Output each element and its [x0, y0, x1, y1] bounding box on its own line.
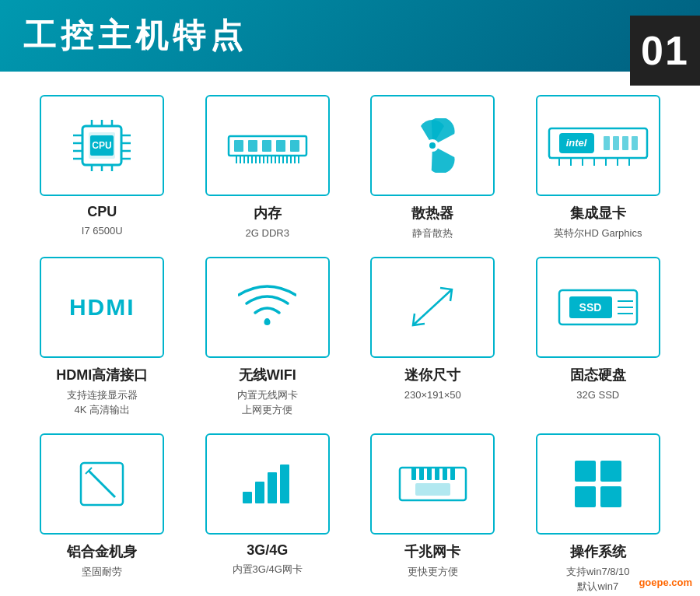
- svg-rect-48: [613, 136, 619, 150]
- feature-item-cpu: CPU CPUI7 6500U: [23, 95, 181, 241]
- svg-rect-70: [243, 492, 252, 503]
- feature-name-alum: 铝合金机身: [67, 542, 137, 561]
- icon-box-gpu: intel: [536, 95, 660, 196]
- icon-box-cpu: CPU: [40, 95, 164, 196]
- feature-name-nic: 千兆网卡: [404, 542, 460, 561]
- feature-item-size: 迷你尺寸230×191×50: [354, 257, 512, 418]
- feature-name-gpu: 集成显卡: [570, 204, 626, 223]
- page-header: 工控主机特点 01: [0, 0, 700, 72]
- svg-rect-76: [419, 468, 424, 480]
- feature-desc-cpu: I7 6500U: [82, 223, 123, 239]
- svg-line-68: [89, 471, 115, 497]
- feature-item-ram: 内存2G DDR3: [189, 95, 347, 241]
- svg-text:SSD: SSD: [579, 301, 601, 314]
- feature-desc-ram: 2G DDR3: [246, 226, 289, 241]
- feature-name-ram: 内存: [254, 204, 282, 223]
- feature-desc-size: 230×191×50: [404, 387, 461, 403]
- feature-item-os: 操作系统支持win7/8/10 默认win7: [520, 433, 677, 594]
- svg-rect-81: [415, 483, 450, 496]
- svg-rect-71: [255, 482, 264, 503]
- svg-rect-47: [604, 136, 610, 150]
- svg-rect-73: [280, 465, 289, 503]
- icon-box-3g4g: [205, 433, 330, 535]
- feature-name-hdmi: HDMI高清接口: [56, 366, 148, 384]
- feature-name-wifi: 无线WIFI: [239, 366, 296, 384]
- icon-box-ram: [205, 95, 330, 196]
- feature-item-nic: 千兆网卡更快更方便: [354, 433, 512, 594]
- feature-desc-hdmi: 支持连接显示器 4K 高清输出: [67, 387, 138, 418]
- feature-item-gpu: intel 集成显卡英特尔HD Garphics: [520, 95, 677, 241]
- feature-desc-os: 支持win7/8/10 默认win7: [566, 564, 630, 594]
- svg-rect-82: [575, 461, 596, 482]
- svg-rect-84: [575, 486, 596, 507]
- svg-rect-77: [427, 468, 432, 480]
- feature-desc-nic: 更快更方便: [408, 564, 458, 580]
- svg-point-59: [264, 319, 271, 325]
- svg-rect-79: [443, 468, 447, 480]
- svg-point-43: [429, 142, 436, 149]
- feature-name-size: 迷你尺寸: [404, 366, 460, 384]
- features-grid: CPU CPUI7 6500U 内存2G DDR3 散热器: [23, 95, 677, 594]
- svg-rect-78: [435, 468, 439, 480]
- feature-name-heatsink: 散热器: [411, 204, 453, 223]
- feature-item-hdmi: HDMIHDMI高清接口支持连接显示器 4K 高清输出: [23, 257, 181, 418]
- svg-rect-49: [622, 136, 628, 150]
- svg-rect-85: [600, 486, 621, 507]
- svg-text:CPU: CPU: [93, 140, 112, 151]
- svg-text:intel: intel: [565, 137, 586, 149]
- svg-rect-75: [411, 468, 416, 480]
- feature-name-cpu: CPU: [87, 204, 117, 220]
- icon-box-os: [536, 433, 660, 535]
- svg-line-60: [413, 289, 452, 325]
- feature-name-os: 操作系统: [570, 542, 626, 561]
- feature-name-ssd: 固态硬盘: [570, 366, 626, 384]
- feature-name-3g4g: 3G/4G: [247, 542, 288, 559]
- svg-rect-50: [632, 136, 638, 150]
- svg-rect-20: [248, 140, 257, 152]
- svg-rect-72: [268, 472, 277, 503]
- icon-box-nic: [370, 433, 495, 535]
- feature-desc-gpu: 英特尔HD Garphics: [554, 226, 642, 241]
- feature-desc-ssd: 32G SSD: [576, 387, 619, 403]
- feature-item-wifi: 无线WIFI内置无线网卡 上网更方便: [189, 257, 347, 418]
- icon-box-wifi: [205, 257, 330, 358]
- page-number: 01: [630, 16, 700, 86]
- icon-box-heatsink: [370, 95, 495, 196]
- feature-desc-3g4g: 内置3G/4G网卡: [233, 562, 303, 577]
- svg-rect-80: [450, 468, 455, 480]
- main-content: CPU CPUI7 6500U 内存2G DDR3 散热器: [0, 72, 700, 596]
- feature-desc-wifi: 内置无线网卡 上网更方便: [237, 387, 298, 418]
- feature-desc-alum: 坚固耐劳: [82, 564, 122, 580]
- svg-rect-21: [262, 140, 271, 152]
- svg-rect-19: [234, 140, 243, 152]
- feature-item-3g4g: 3G/4G内置3G/4G网卡: [189, 433, 347, 594]
- feature-item-alum: 铝合金机身坚固耐劳: [23, 433, 181, 594]
- svg-rect-83: [600, 461, 621, 482]
- icon-box-size: [370, 257, 495, 358]
- icon-box-alum: [40, 433, 164, 535]
- feature-item-ssd: SSD 固态硬盘32G SSD: [520, 257, 677, 418]
- watermark: goepe.com: [639, 577, 692, 588]
- icon-box-ssd: SSD: [536, 257, 660, 358]
- feature-item-heatsink: 散热器静音散热: [354, 95, 512, 241]
- icon-box-hdmi: HDMI: [40, 257, 164, 358]
- svg-rect-22: [276, 140, 285, 152]
- page-title: 工控主机特点: [23, 14, 247, 58]
- feature-desc-heatsink: 静音散热: [412, 226, 453, 241]
- svg-rect-23: [290, 140, 299, 152]
